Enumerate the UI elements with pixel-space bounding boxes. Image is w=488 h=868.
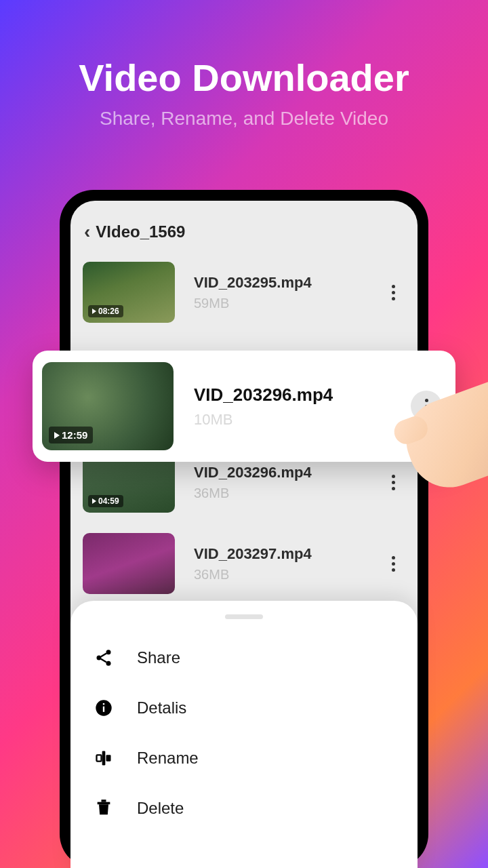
video-row[interactable]: 08:26 VID_203295.mp4 59MB xyxy=(83,255,405,336)
hero-title: Video Downloader xyxy=(0,56,488,100)
svg-rect-4 xyxy=(103,707,104,712)
details-option[interactable]: Detalis xyxy=(70,683,418,733)
video-thumbnail[interactable]: 12:59 xyxy=(42,362,174,450)
header-bar: ‹ VIdeo_1569 xyxy=(70,221,418,255)
rename-option[interactable]: Rename xyxy=(70,733,418,783)
trash-icon xyxy=(92,797,115,820)
video-name: VID_203296.mp4 xyxy=(194,464,381,481)
svg-rect-8 xyxy=(106,755,111,761)
video-info: VID_203296.mp4 36MB xyxy=(175,464,381,501)
rename-icon xyxy=(92,747,115,770)
share-option[interactable]: Share xyxy=(70,633,418,683)
svg-point-2 xyxy=(106,661,111,666)
video-info: VID_203296.mp4 10MB xyxy=(174,384,411,429)
video-info: VID_203297.mp4 36MB xyxy=(175,545,381,583)
more-options-button[interactable] xyxy=(381,275,405,309)
options-sheet: Share Detalis Rename Delete xyxy=(70,601,418,868)
hero-subtitle: Share, Rename, and Delete Video xyxy=(0,108,488,130)
video-name: VID_203297.mp4 xyxy=(194,545,381,563)
video-info: VID_203295.mp4 59MB xyxy=(175,274,381,311)
sheet-handle[interactable] xyxy=(225,614,263,619)
share-icon xyxy=(92,646,115,669)
play-icon xyxy=(54,432,60,439)
play-icon xyxy=(92,498,96,504)
video-name: VID_203295.mp4 xyxy=(194,274,381,292)
video-row[interactable]: VID_203297.mp4 36MB xyxy=(83,526,405,608)
svg-rect-9 xyxy=(98,802,110,805)
svg-rect-6 xyxy=(102,751,106,766)
back-icon[interactable]: ‹ xyxy=(84,221,90,243)
duration-text: 04:59 xyxy=(98,496,119,506)
duration-badge: 04:59 xyxy=(88,495,123,507)
video-name: VID_203296.mp4 xyxy=(194,384,411,406)
info-icon xyxy=(92,696,115,719)
video-size: 36MB xyxy=(194,567,381,583)
rename-label: Rename xyxy=(137,749,199,768)
duration-text: 12:59 xyxy=(62,429,87,441)
svg-rect-7 xyxy=(97,755,102,761)
svg-rect-5 xyxy=(103,703,104,705)
video-thumbnail[interactable] xyxy=(83,533,175,594)
more-options-button[interactable] xyxy=(381,547,405,580)
video-size: 36MB xyxy=(194,486,381,501)
share-label: Share xyxy=(137,648,180,667)
video-row-highlighted[interactable]: 12:59 VID_203296.mp4 10MB xyxy=(33,351,455,462)
video-size: 59MB xyxy=(194,296,381,311)
delete-option[interactable]: Delete xyxy=(70,783,418,833)
duration-badge: 08:26 xyxy=(88,305,123,317)
play-icon xyxy=(92,309,96,314)
duration-badge: 12:59 xyxy=(49,427,93,443)
svg-point-0 xyxy=(106,650,111,654)
duration-text: 08:26 xyxy=(98,307,119,316)
details-label: Detalis xyxy=(137,698,186,717)
header-title[interactable]: VIdeo_1569 xyxy=(96,222,185,241)
more-options-button[interactable] xyxy=(381,465,405,499)
video-thumbnail[interactable]: 08:26 xyxy=(83,262,175,323)
video-size: 10MB xyxy=(194,411,411,429)
svg-rect-10 xyxy=(102,800,106,802)
svg-point-1 xyxy=(97,656,102,660)
delete-label: Delete xyxy=(137,799,184,818)
